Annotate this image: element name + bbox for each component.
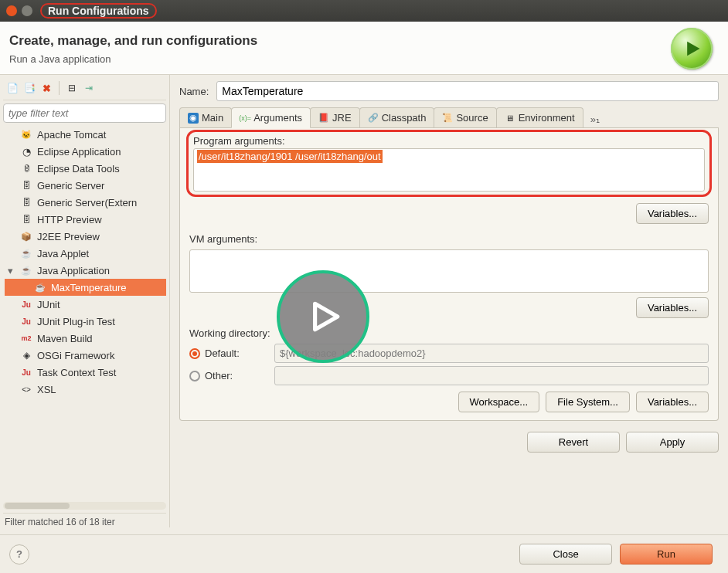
window-title: Run Configurations [40,3,157,19]
tree-item-label: Maven Build [37,333,93,344]
sidebar-hscroll[interactable] [3,502,166,510]
tab-jre[interactable]: JRE [310,107,360,127]
wd-default-radio-label[interactable]: Default: [189,348,267,359]
wd-workspace-button[interactable]: Workspace... [458,392,540,412]
config-editor: Name: ◉MainArgumentsJREClasspathSourceEn… [170,75,728,527]
server-icon [20,213,32,225]
tree-item-label: JUnit Plug-in Test [37,316,115,327]
apply-button[interactable]: Apply [626,432,719,453]
tree-item-j2ee-preview[interactable]: J2EE Preview [5,228,166,245]
vm-args-textarea[interactable] [189,249,709,293]
window-titlebar: Run Configurations [0,0,728,22]
new-config-icon[interactable] [6,82,19,94]
program-args-label: Program arguments: [193,135,705,147]
env-icon [505,113,515,124]
tab-main[interactable]: ◉Main [179,107,232,127]
help-button[interactable]: ? [9,544,29,565]
tab-source[interactable]: Source [434,107,496,127]
java-icon [20,264,32,276]
delete-config-icon[interactable] [40,82,53,94]
program-args-highlight: Program arguments: /user/it18zhang/1901 … [186,130,712,197]
collapse-all-icon[interactable] [66,82,78,94]
tree-item-label: JUnit [37,299,60,310]
java-icon [34,281,46,293]
tree-item-generic-server[interactable]: Generic Server [5,177,166,194]
tree-item-task-context-test[interactable]: Task Context Test [5,364,166,381]
eclipse-icon [20,145,32,158]
tab-label: Classpath [382,112,427,124]
tree-item-generic-server-extern[interactable]: Generic Server(Extern [5,194,166,211]
wd-other-radio-label[interactable]: Other: [189,370,267,381]
junit-icon [20,366,32,378]
program-args-variables-button[interactable]: Variables... [636,203,709,224]
tab-label: Arguments [253,112,302,124]
tree-item-xsl[interactable]: XSL [5,381,166,398]
j2ee-icon [20,230,32,242]
tree-item-junit-plug-in-test[interactable]: JUnit Plug-in Test [5,313,166,330]
applet-icon [20,247,32,259]
tree-item-label: Generic Server(Extern [37,197,137,209]
src-icon [442,113,453,124]
tab-label: JRE [332,112,352,124]
dialog-header: Create, manage, and run configurations R… [0,22,728,75]
xsl-icon [20,383,32,395]
expand-all-icon[interactable] [83,82,95,94]
wd-other-radio[interactable] [189,371,200,381]
tree-item-apache-tomcat[interactable]: Apache Tomcat [5,126,166,143]
close-button[interactable]: Close [519,544,612,565]
duplicate-config-icon[interactable] [23,82,36,94]
cp-icon [368,113,379,124]
tree-item-maxtemperature[interactable]: MaxTemperature [5,279,166,296]
sidebar-toolbar [3,78,166,100]
tree-item-eclipse-data-tools[interactable]: Eclipse Data Tools [5,160,166,177]
wd-filesystem-button[interactable]: File System... [546,392,630,412]
tree-item-label: Apache Tomcat [37,129,106,141]
run-button[interactable]: Run [620,544,713,565]
tree-item-label: HTTP Preview [37,214,102,225]
revert-button[interactable]: Revert [527,432,620,453]
vm-args-variables-button[interactable]: Variables... [636,297,709,318]
args-icon [240,113,250,124]
tree-item-label: Eclipse Data Tools [37,163,120,175]
tab-label: Environment [519,112,575,124]
tree-item-http-preview[interactable]: HTTP Preview [5,211,166,228]
dialog-button-bar: ? Close Run [0,534,728,573]
run-icon-large [671,28,713,70]
tree-item-eclipse-application[interactable]: Eclipse Application [5,143,166,160]
tree-item-java-applet[interactable]: Java Applet [5,245,166,262]
tab-arguments[interactable]: Arguments [231,107,311,128]
header-subtitle: Run a Java application [9,53,257,65]
tab-label: Main [202,112,223,124]
tree-expand-arrow[interactable]: ▾ [8,265,15,276]
program-args-textarea[interactable]: /user/it18zhang/1901 /user/it18zhang/out [193,148,705,192]
tree-item-label: Generic Server [37,180,104,192]
name-input[interactable] [216,81,719,101]
main-icon: ◉ [188,113,199,124]
wd-default-radio[interactable] [189,348,200,359]
tree-item-osgi-framework[interactable]: OSGi Framework [5,347,166,364]
junit-icon [20,315,32,327]
m2-icon [20,332,32,344]
tree-item-label: Java Application [37,265,110,276]
window-close-button[interactable] [6,5,17,16]
tree-item-label: Eclipse Application [37,146,121,158]
tree-item-label: OSGi Framework [37,350,114,361]
tabs-overflow-button[interactable]: »₁ [586,111,604,127]
window-minimize-button[interactable] [22,5,32,16]
vm-args-label: VM arguments: [189,233,709,245]
configurations-sidebar: Apache TomcatEclipse ApplicationEclipse … [0,75,170,527]
config-tree[interactable]: Apache TomcatEclipse ApplicationEclipse … [3,126,166,500]
tree-item-label: Java Applet [37,248,89,259]
filter-status: Filter matched 16 of 18 iter [3,513,166,527]
tree-item-label: Task Context Test [37,367,116,378]
tree-item-java-application[interactable]: ▾Java Application [5,262,166,279]
tree-item-maven-build[interactable]: Maven Build [5,330,166,347]
wd-variables-button[interactable]: Variables... [636,392,709,412]
video-play-overlay[interactable] [277,270,369,363]
tab-classpath[interactable]: Classpath [359,107,435,127]
filter-input[interactable] [3,103,166,123]
header-title: Create, manage, and run configurations [9,33,257,49]
tree-item-junit[interactable]: JUnit [5,296,166,313]
tab-environment[interactable]: Environment [496,107,583,127]
tab-label: Source [456,112,488,124]
